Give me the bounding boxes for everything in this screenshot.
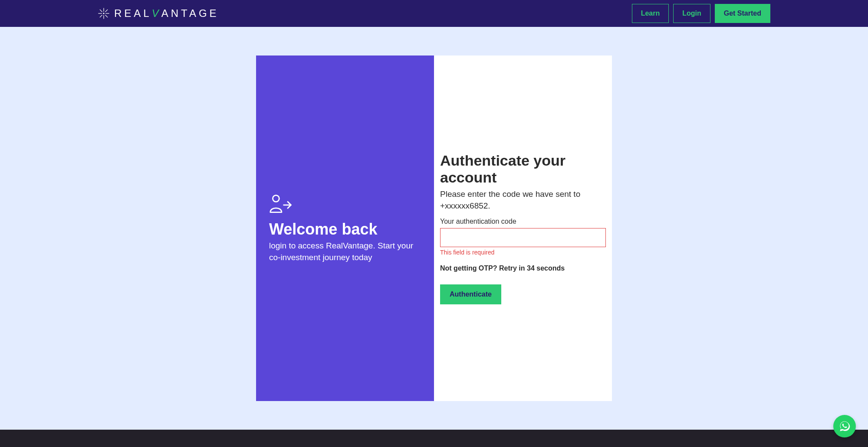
main-content: Welcome back login to access RealVantage… [0,27,868,430]
brand-logo[interactable]: REALVANTAGE [98,7,219,20]
auth-code-input[interactable] [440,228,606,247]
page-footer [0,430,868,447]
welcome-subtitle: login to access RealVantage. Start your … [269,240,421,263]
svg-line-7 [105,10,108,12]
svg-point-9 [273,195,279,202]
auth-card: Welcome back login to access RealVantage… [256,55,612,401]
welcome-title: Welcome back [269,220,377,238]
error-message: This field is required [440,249,606,256]
login-button[interactable]: Login [673,4,710,23]
auth-panel: Authenticate your account Please enter t… [434,55,612,401]
authenticate-button[interactable]: Authenticate [440,284,501,304]
nav-buttons: Learn Login Get Started [632,4,770,23]
svg-point-0 [103,13,104,14]
brand-text: REALVANTAGE [114,7,219,20]
learn-button[interactable]: Learn [632,4,669,23]
get-started-button[interactable]: Get Started [715,4,770,23]
whatsapp-button[interactable] [833,415,856,437]
welcome-panel: Welcome back login to access RealVantage… [256,55,434,401]
whatsapp-icon [838,420,851,432]
user-login-icon [269,193,293,214]
retry-message: Not getting OTP? Retry in 34 seconds [440,264,606,272]
spark-icon [98,7,110,20]
svg-line-6 [105,15,108,18]
svg-line-8 [100,15,102,18]
svg-line-5 [100,10,102,12]
top-header: REALVANTAGE Learn Login Get Started [0,0,868,27]
auth-subtext: Please enter the code we have sent to +x… [440,189,606,212]
auth-title: Authenticate your account [440,152,606,186]
code-label: Your authentication code [440,218,606,225]
